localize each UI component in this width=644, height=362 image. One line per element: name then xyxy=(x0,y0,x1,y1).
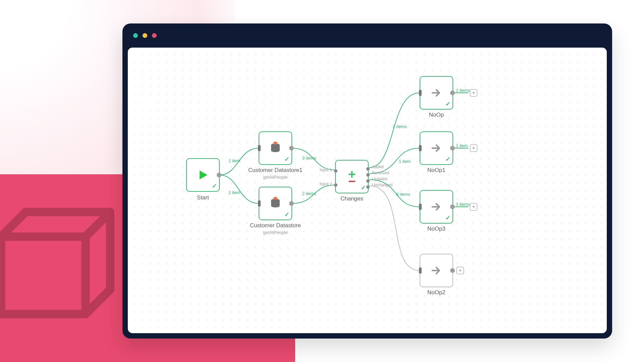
port-label-removed: Removed xyxy=(372,171,389,175)
port-in[interactable] xyxy=(419,267,422,274)
port-out[interactable] xyxy=(450,90,455,95)
add-node-button[interactable]: + xyxy=(457,267,464,274)
cube-decoration xyxy=(0,194,121,335)
port-label-updated: Updated xyxy=(372,177,387,181)
svg-rect-3 xyxy=(274,198,276,200)
node-label-ds1: Customer Datastore1 getAllPeople xyxy=(248,167,303,180)
port-out-unchanged[interactable] xyxy=(366,185,370,189)
node-label-start: Start xyxy=(197,194,209,201)
window-titlebar xyxy=(122,23,612,48)
port-in[interactable] xyxy=(258,145,261,151)
port-label-unchanged: Unchanged xyxy=(372,183,392,187)
node-label-changes: Changes xyxy=(340,195,363,202)
add-node-button[interactable]: + xyxy=(470,89,477,97)
port-out[interactable] xyxy=(289,146,294,150)
port-label-added: Added xyxy=(372,165,384,169)
check-icon: ✓ xyxy=(445,100,450,108)
edge-label-start-ds1: 1 item xyxy=(228,158,240,163)
node-noop2[interactable] xyxy=(420,254,453,287)
port-out[interactable] xyxy=(217,173,221,177)
port-out-added[interactable] xyxy=(366,167,370,171)
node-subtitle: getAllPeople xyxy=(263,175,287,180)
traffic-light-close[interactable] xyxy=(133,33,138,38)
edge-label-noop3-out: 3 items xyxy=(456,202,470,207)
edge-label-removed: 1 item xyxy=(399,159,411,164)
port-in[interactable] xyxy=(419,145,422,151)
port-in-2[interactable] xyxy=(334,183,337,187)
node-title: Customer Datastore xyxy=(250,222,301,229)
node-label-noop: NoOp xyxy=(429,112,444,118)
add-node-button[interactable]: + xyxy=(470,203,477,210)
node-customer-datastore1[interactable]: ✓ xyxy=(259,131,292,165)
edge-label-ds2-changes: 2 items xyxy=(302,191,316,196)
port-out[interactable] xyxy=(450,268,455,273)
port-in[interactable] xyxy=(419,204,422,210)
node-noop1[interactable]: ✓ xyxy=(420,131,453,165)
node-noop3[interactable]: ✓ xyxy=(420,190,453,224)
port-label-input1: Input 1 xyxy=(320,168,332,172)
check-icon: ✓ xyxy=(361,184,366,191)
node-label-noop2: NoOp2 xyxy=(427,289,445,296)
edge-label-noop-out: 2 items xyxy=(456,88,470,93)
port-out[interactable] xyxy=(289,201,294,206)
edge-label-start-ds2: 1 item xyxy=(228,190,240,195)
node-label-ds2: Customer Datastore getAllPeople xyxy=(250,222,301,236)
check-icon: ✓ xyxy=(284,211,289,218)
port-out-updated[interactable] xyxy=(366,179,370,183)
node-customer-datastore[interactable]: ✓ xyxy=(259,187,292,220)
edge-label-noop1-out: 1 item xyxy=(456,143,468,148)
node-subtitle: getAllPeople xyxy=(263,230,288,235)
node-changes[interactable]: +− ✓ xyxy=(335,160,369,193)
node-label-noop3: NoOp3 xyxy=(427,226,445,232)
traffic-light-minimize[interactable] xyxy=(143,33,147,38)
check-icon: ✓ xyxy=(445,156,450,163)
port-out[interactable] xyxy=(450,146,455,150)
port-in[interactable] xyxy=(258,200,261,206)
check-icon: ✓ xyxy=(445,214,450,222)
port-out-removed[interactable] xyxy=(366,173,370,177)
workflow-canvas[interactable]: ✓ Start ✓ Customer Datastore1 getAllPeop… xyxy=(128,48,607,333)
port-in-1[interactable] xyxy=(334,169,337,173)
app-window: ✓ Start ✓ Customer Datastore1 getAllPeop… xyxy=(122,23,612,339)
arrow-right-icon xyxy=(420,254,452,287)
add-node-button[interactable]: + xyxy=(470,144,477,152)
edge-label-updated: 3 items xyxy=(396,192,410,197)
edge-label-ds1-changes: 3 items xyxy=(302,156,316,161)
port-out[interactable] xyxy=(450,204,455,209)
node-title: Customer Datastore1 xyxy=(248,167,303,173)
check-icon: ✓ xyxy=(284,156,289,163)
check-icon: ✓ xyxy=(212,182,217,190)
edge-label-added: 2 items xyxy=(393,124,407,129)
svg-rect-1 xyxy=(274,143,276,145)
traffic-light-zoom[interactable] xyxy=(152,33,157,38)
node-label-noop1: NoOp1 xyxy=(427,167,445,174)
port-in[interactable] xyxy=(419,90,422,96)
node-start[interactable]: ✓ xyxy=(186,158,220,192)
node-noop[interactable]: ✓ xyxy=(420,76,453,110)
port-label-input2: Input 2 xyxy=(320,182,332,186)
